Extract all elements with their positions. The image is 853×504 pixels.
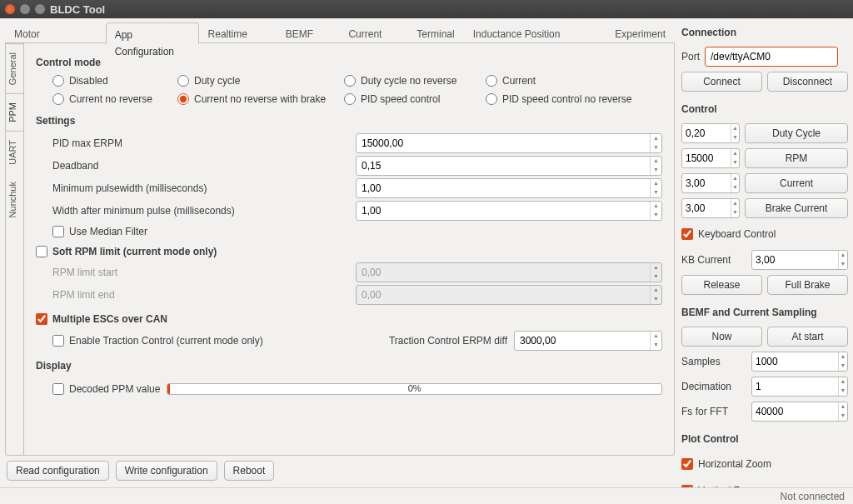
disconnect-button[interactable]: Disconnect	[767, 72, 848, 92]
connect-button[interactable]: Connect	[681, 72, 762, 92]
duty-value-input[interactable]: ▲▼	[681, 123, 740, 143]
minimize-icon[interactable]	[20, 4, 30, 14]
pid-max-erpm-input[interactable]: ▲▼	[356, 133, 662, 153]
tab-inductance-position-detection[interactable]: Inductance Position Detection	[464, 22, 606, 43]
full-brake-button[interactable]: Full Brake	[767, 275, 848, 295]
decimation-label: Decimation	[681, 381, 746, 392]
tab-realtime-data[interactable]: Realtime Data	[199, 22, 277, 43]
radio-duty-cycle[interactable]: Duty cycle	[177, 75, 344, 87]
tab-app-configuration[interactable]: App Configuration	[106, 22, 199, 44]
radio-disabled[interactable]: Disabled	[52, 75, 177, 87]
multiple-escs-checkbox[interactable]	[36, 313, 47, 325]
tc-diff-label: Traction Control ERPM diff	[389, 335, 507, 347]
traction-control-label: Enable Traction Control (current mode on…	[69, 335, 263, 347]
vtab-ppm[interactable]: PPM	[6, 93, 23, 131]
pid-max-erpm-label: PID max ERPM	[52, 137, 352, 149]
brake-current-button[interactable]: Brake Current	[745, 198, 848, 218]
duty-cycle-button[interactable]: Duty Cycle	[745, 123, 848, 143]
soft-rpm-title: Soft RPM limit (current mode only)	[52, 246, 217, 257]
width-after-input[interactable]: ▲▼	[356, 201, 662, 221]
decoded-ppm-checkbox[interactable]	[52, 383, 64, 395]
port-input[interactable]	[705, 47, 838, 67]
bemf-title: BEMF and Current Sampling	[681, 307, 848, 318]
vtab-nunchuk[interactable]: Nunchuk	[6, 173, 23, 226]
kb-current-input[interactable]: ▲▼	[751, 250, 848, 270]
samples-label: Samples	[681, 356, 746, 367]
plot-title: Plot Control	[681, 433, 848, 445]
deadband-input[interactable]: ▲▼	[356, 156, 662, 176]
current-button[interactable]: Current	[745, 173, 848, 193]
decimation-input[interactable]: ▲▼	[751, 377, 848, 397]
status-text: Not connected	[781, 491, 845, 502]
soft-rpm-checkbox[interactable]	[36, 246, 47, 257]
rpm-limit-start-label: RPM limit start	[52, 267, 352, 278]
kb-current-label: KB Current	[681, 254, 746, 266]
width-after-label: Width after minimum pulse (milliseconds)	[52, 205, 352, 217]
tab-current-plot[interactable]: Current Plot	[339, 22, 407, 43]
tab-bemf-plot[interactable]: BEMF Plot	[277, 22, 340, 43]
maximize-icon[interactable]	[35, 4, 45, 14]
multiple-escs-title: Multiple ESCs over CAN	[52, 313, 167, 325]
close-icon[interactable]	[5, 4, 15, 14]
radio-pid-speed-no-reverse[interactable]: PID speed control no reverse	[486, 93, 652, 105]
vtab-uart[interactable]: UART	[6, 131, 23, 173]
radio-current-no-reverse-brake[interactable]: Current no reverse with brake	[177, 93, 344, 105]
titlebar: BLDC Tool	[0, 0, 853, 18]
decoded-ppm-label: Decoded PPM value	[69, 383, 160, 395]
control-title: Control	[681, 103, 848, 115]
tab-experiment[interactable]: Experiment	[606, 22, 675, 43]
release-button[interactable]: Release	[681, 275, 762, 295]
side-tabs: General PPM UART Nunchuk	[6, 43, 24, 455]
at-start-button[interactable]: At start	[767, 327, 848, 347]
rpm-limit-start-input: ▲▼	[356, 262, 662, 282]
fs-fft-label: Fs for FFT	[681, 406, 746, 417]
fs-fft-input[interactable]: ▲▼	[751, 402, 848, 422]
current-value-input[interactable]: ▲▼	[681, 173, 740, 193]
median-filter-checkbox[interactable]	[52, 226, 64, 237]
rpm-limit-end-input: ▲▼	[356, 285, 662, 305]
main-tabs: Motor Configuration App Configuration Re…	[5, 22, 675, 43]
deadband-label: Deadband	[52, 160, 352, 172]
connection-title: Connection	[681, 27, 848, 38]
port-label: Port	[681, 51, 700, 62]
settings-title: Settings	[36, 115, 662, 127]
write-configuration-button[interactable]: Write configuration	[116, 461, 217, 481]
radio-duty-cycle-no-reverse[interactable]: Duty cycle no reverse	[344, 75, 486, 87]
window-title: BLDC Tool	[50, 3, 105, 16]
radio-current[interactable]: Current	[486, 75, 652, 87]
keyboard-control-checkbox[interactable]	[681, 228, 693, 240]
control-mode-group: Disabled Duty cycle Duty cycle no revers…	[36, 75, 662, 105]
traction-control-checkbox[interactable]	[52, 335, 64, 347]
tc-diff-input[interactable]: ▲▼	[514, 331, 662, 351]
horizontal-zoom-checkbox[interactable]	[681, 458, 693, 470]
tab-terminal[interactable]: Terminal	[407, 22, 463, 43]
radio-current-no-reverse[interactable]: Current no reverse	[52, 93, 177, 105]
keyboard-control-label: Keyboard Control	[698, 228, 776, 240]
reboot-button[interactable]: Reboot	[224, 461, 275, 481]
radio-pid-speed[interactable]: PID speed control	[344, 93, 486, 105]
decoded-ppm-progress: 0%	[167, 383, 662, 395]
now-button[interactable]: Now	[681, 327, 762, 347]
rpm-limit-end-label: RPM limit end	[52, 289, 352, 301]
horizontal-zoom-label: Horizontal Zoom	[698, 458, 771, 470]
display-title: Display	[36, 360, 662, 372]
status-bar: Not connected	[0, 487, 853, 504]
rpm-button[interactable]: RPM	[745, 148, 848, 168]
read-configuration-button[interactable]: Read configuration	[7, 461, 109, 481]
min-pulsewidth-input[interactable]: ▲▼	[356, 178, 662, 198]
tab-motor-configuration[interactable]: Motor Configuration	[5, 22, 106, 43]
brake-current-value-input[interactable]: ▲▼	[681, 198, 740, 218]
min-pulsewidth-label: Minimum pulsewidth (milliseconds)	[52, 182, 352, 194]
samples-input[interactable]: ▲▼	[751, 352, 848, 372]
rpm-value-input[interactable]: ▲▼	[681, 148, 740, 168]
vtab-general[interactable]: General	[6, 43, 23, 93]
median-filter-label: Use Median Filter	[69, 226, 147, 237]
